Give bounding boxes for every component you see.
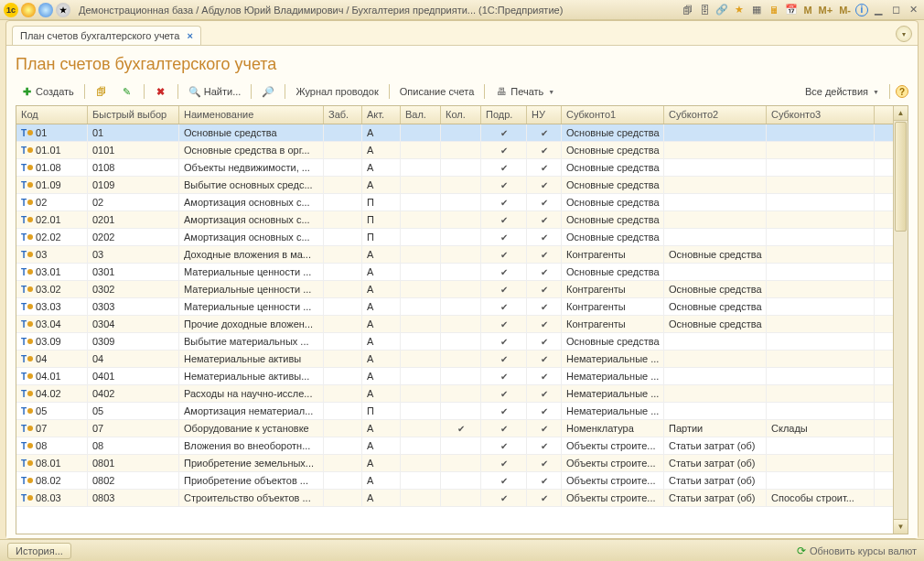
grid-icon[interactable]: ▦: [749, 3, 764, 17]
table-row[interactable]: T01.080108Объекты недвижимости, ...А✔✔Ос…: [16, 159, 893, 177]
col-nu[interactable]: НУ: [527, 106, 562, 124]
vertical-scrollbar[interactable]: ▲ ▼: [893, 106, 908, 534]
cell-zab: [324, 351, 362, 367]
cell-quick: 0304: [88, 316, 179, 332]
cell-val: [401, 351, 441, 367]
table-row[interactable]: T08.030803Строительство объектов ...А✔✔О…: [16, 490, 893, 507]
doc-icon[interactable]: 🗐: [680, 3, 694, 17]
print-button[interactable]: 🖶 Печать ▼: [490, 83, 559, 100]
cell-name: Приобретение объектов ...: [179, 472, 324, 489]
table-row[interactable]: T0303Доходные вложения в ма...А✔✔Контраг…: [16, 246, 893, 264]
scroll-down-icon[interactable]: ▼: [894, 519, 908, 534]
col-code[interactable]: Код: [16, 106, 88, 124]
nav-back-icon[interactable]: [21, 3, 36, 17]
copy-button[interactable]: 🗐: [91, 83, 113, 100]
table-row[interactable]: T0505Амортизация нематериал...П✔✔Нематер…: [16, 403, 893, 420]
cell-code: T05: [16, 403, 88, 419]
cell-akt: А: [362, 281, 401, 297]
print-icon: 🖶: [495, 85, 508, 98]
cell-quick: 0101: [88, 142, 179, 158]
tab-chart-of-accounts[interactable]: План счетов бухгалтерского учета ×: [12, 26, 201, 45]
tab-menu-dropdown[interactable]: ▾: [896, 26, 912, 42]
table-row[interactable]: T03.030303Материальные ценности ...А✔✔Ко…: [16, 298, 893, 316]
info-icon[interactable]: i: [855, 4, 868, 16]
zoom-button[interactable]: 🔎: [257, 83, 279, 100]
minimize-icon[interactable]: ▁: [871, 3, 886, 17]
col-quick[interactable]: Быстрый выбор: [88, 106, 179, 124]
table-row[interactable]: T01.090109Выбытие основных средс...А✔✔Ос…: [16, 177, 893, 194]
table-row[interactable]: T04.020402Расходы на научно-иссле...А✔✔Н…: [16, 385, 893, 403]
desc-button[interactable]: Описание счета: [395, 84, 479, 99]
table-row[interactable]: T02.010201Амортизация основных с...П✔✔Ос…: [16, 211, 893, 229]
table-row[interactable]: T03.040304Прочие доходные вложен...А✔✔Ко…: [16, 316, 893, 333]
find-button[interactable]: 🔍 Найти...: [184, 83, 246, 100]
tab-close-icon[interactable]: ×: [187, 30, 192, 41]
table-row[interactable]: T08.020802Приобретение объектов ...А✔✔Об…: [16, 472, 893, 490]
account-icon: T: [21, 267, 33, 277]
col-sub1[interactable]: Субконто1: [562, 106, 664, 124]
link-icon[interactable]: 🔗: [714, 3, 729, 17]
cell-nu: ✔: [527, 351, 562, 367]
cell-kol: [441, 142, 481, 158]
content: План счетов бухгалтерского учета ✚ Созда…: [6, 45, 918, 538]
m-plus-button[interactable]: M+: [817, 5, 835, 16]
cell-val: [401, 403, 441, 419]
table-row[interactable]: T03.090309Выбытие материальных ...А✔✔Осн…: [16, 333, 893, 351]
cell-sub3: [767, 177, 875, 193]
col-podr[interactable]: Подр.: [481, 106, 527, 124]
cell-sub1: Нематериальные ...: [562, 385, 664, 402]
account-icon: T: [21, 406, 33, 416]
create-button[interactable]: ✚ Создать: [16, 83, 79, 100]
table-row[interactable]: T03.020302Материальные ценности ...А✔✔Ко…: [16, 281, 893, 298]
col-kol[interactable]: Кол.: [441, 106, 481, 124]
nav-fwd-icon[interactable]: [38, 3, 53, 17]
all-actions-button[interactable]: Все действия ▼: [800, 84, 884, 99]
m-button[interactable]: M: [801, 5, 813, 16]
cell-sub1: Объекты строите...: [562, 490, 664, 506]
cell-podr: ✔: [481, 490, 527, 506]
scroll-thumb[interactable]: [895, 122, 907, 232]
col-akt[interactable]: Акт.: [362, 106, 401, 124]
col-sub2[interactable]: Субконто2: [664, 106, 767, 124]
journal-button[interactable]: Журнал проводок: [291, 84, 382, 99]
table-row[interactable]: T0404Нематериальные активыА✔✔Нематериаль…: [16, 351, 893, 368]
history-button[interactable]: История...: [7, 543, 71, 559]
table-row[interactable]: T02.020202Амортизация основных с...П✔✔Ос…: [16, 229, 893, 246]
table-row[interactable]: T08.010801Приобретение земельных...А✔✔Об…: [16, 455, 893, 472]
app-logo-icon[interactable]: 1c: [4, 3, 18, 17]
cell-quick: 08: [88, 437, 179, 454]
col-name[interactable]: Наименование: [179, 106, 324, 124]
edit-button[interactable]: ✎: [116, 83, 138, 100]
table-row[interactable]: T01.010101Основные средства в орг...А✔✔О…: [16, 142, 893, 159]
table-row[interactable]: T03.010301Материальные ценности ...А✔✔Ос…: [16, 264, 893, 281]
maximize-icon[interactable]: ◻: [888, 3, 903, 17]
close-window-icon[interactable]: ✕: [906, 3, 920, 17]
cell-podr: ✔: [481, 281, 527, 297]
col-val[interactable]: Вал.: [401, 106, 441, 124]
col-sub3[interactable]: Субконто3: [767, 106, 875, 124]
table-row[interactable]: T0707Оборудование к установкеА✔✔✔Номенкл…: [16, 420, 893, 437]
calc-icon[interactable]: 🖩: [767, 3, 781, 17]
cell-sub1: Основные средства: [562, 194, 664, 210]
col-zab[interactable]: Заб.: [324, 106, 362, 124]
db-icon[interactable]: 🗄: [697, 3, 712, 17]
table-row[interactable]: T0101Основные средстваА✔✔Основные средст…: [16, 124, 893, 142]
delete-button[interactable]: ✖: [150, 83, 172, 100]
cell-quick: 0302: [88, 281, 179, 297]
table-row[interactable]: T04.010401Нематериальные активы...А✔✔Нем…: [16, 368, 893, 385]
table-row[interactable]: T0202Амортизация основных с...П✔✔Основны…: [16, 194, 893, 211]
help-button[interactable]: ?: [896, 85, 908, 98]
cell-podr: ✔: [481, 124, 527, 141]
grid-body[interactable]: T0101Основные средстваА✔✔Основные средст…: [16, 124, 893, 534]
refresh-rates-button[interactable]: ⟳ Обновить курсы валют: [797, 545, 917, 557]
star-icon[interactable]: ★: [732, 3, 747, 17]
cell-code: T03.01: [16, 264, 88, 280]
cell-sub2: [664, 333, 767, 350]
m-minus-button[interactable]: M-: [837, 5, 853, 16]
cell-akt: А: [362, 437, 401, 454]
scroll-up-icon[interactable]: ▲: [894, 106, 908, 121]
favorite-icon[interactable]: ★: [56, 3, 70, 17]
cell-sub2: [664, 194, 767, 210]
cal-icon[interactable]: 📅: [784, 3, 799, 17]
table-row[interactable]: T0808Вложения во внеоборотн...А✔✔Объекты…: [16, 437, 893, 455]
